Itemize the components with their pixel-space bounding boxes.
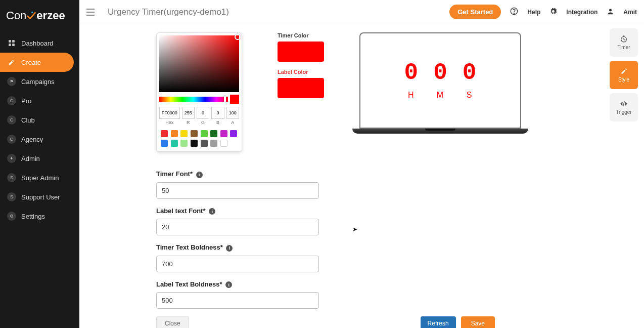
info-icon[interactable]: i: [225, 281, 232, 288]
color-swatch[interactable]: [220, 130, 227, 137]
preset-swatches: [159, 129, 239, 149]
color-swatch[interactable]: [180, 130, 188, 137]
color-swatch[interactable]: [230, 130, 237, 137]
club-icon: C: [7, 115, 16, 125]
help-link[interactable]: Help: [527, 9, 540, 16]
current-color-swatch: [230, 95, 239, 104]
help-circle-icon[interactable]: [510, 7, 518, 17]
svg-point-6: [514, 13, 515, 13]
save-button[interactable]: Save: [461, 316, 495, 328]
sidebar-item-support-user[interactable]: S Support User: [0, 187, 79, 207]
b-label: B: [211, 120, 224, 125]
info-icon[interactable]: i: [196, 172, 203, 178]
color-swatch[interactable]: [171, 130, 178, 137]
integration-link[interactable]: Integration: [566, 9, 597, 16]
hex-label: Hex: [159, 120, 180, 125]
settings-icon: ⚙: [7, 212, 16, 221]
agency-icon: C: [7, 135, 16, 144]
timer-value: 0: [404, 61, 419, 85]
sidebar-item-create[interactable]: Create: [0, 53, 74, 72]
g-label: G: [197, 120, 209, 125]
label-bold-input[interactable]: [156, 292, 319, 309]
preview-base: [352, 129, 528, 134]
svg-point-0: [31, 12, 33, 13]
color-swatch[interactable]: [161, 130, 168, 137]
svg-rect-2: [12, 40, 15, 43]
a-input[interactable]: [226, 107, 239, 119]
timer-cell: 0H: [404, 61, 419, 100]
timer-font-label: Timer Font* i: [156, 170, 319, 178]
refresh-button[interactable]: Refresh: [421, 316, 456, 328]
a-label: A: [226, 120, 239, 125]
r-input[interactable]: [182, 107, 195, 119]
preview-device: 0H0M0S: [359, 32, 521, 134]
sidebar-item-campaigns[interactable]: ⚑ Campaigns: [0, 72, 79, 91]
color-swatch[interactable]: [220, 140, 227, 147]
timer-value: 0: [463, 61, 477, 85]
admin-icon: ✦: [7, 154, 16, 163]
close-button[interactable]: Close: [156, 316, 189, 328]
timer-unit-label: H: [408, 91, 415, 100]
sidebar-item-label: Club: [21, 116, 35, 124]
timer-font-input[interactable]: [156, 182, 319, 199]
color-swatch[interactable]: [180, 140, 188, 147]
svg-rect-3: [9, 44, 11, 46]
saturation-brightness-field[interactable]: [159, 35, 239, 92]
g-input[interactable]: [197, 107, 209, 119]
info-icon[interactable]: i: [226, 245, 233, 252]
sidebar-item-pro[interactable]: C Pro: [0, 91, 79, 110]
mouse-cursor: ➤: [352, 226, 357, 233]
label-color-label: Label Color: [278, 69, 324, 75]
super-admin-icon: S: [7, 173, 16, 182]
svg-rect-4: [12, 44, 15, 46]
pro-icon: C: [7, 96, 16, 105]
sidebar-item-settings[interactable]: ⚙ Settings: [0, 207, 79, 226]
footer-actions: Close Refresh Save: [156, 316, 495, 328]
sidebar-item-dashboard[interactable]: Dashboard: [0, 33, 79, 53]
topbar-right: Get Started Help Integration Amit: [449, 5, 637, 19]
color-picker-popover[interactable]: Hex R G B A: [156, 32, 242, 152]
sidebar-item-label: Admin: [21, 155, 40, 162]
support-user-icon: S: [7, 192, 16, 201]
timer-unit-label: M: [437, 91, 444, 100]
color-swatch[interactable]: [191, 130, 198, 137]
sidebar-item-club[interactable]: C Club: [0, 110, 79, 130]
hue-slider[interactable]: [159, 97, 228, 102]
dashboard-icon: [7, 38, 16, 48]
sidebar-item-agency[interactable]: C Agency: [0, 130, 79, 149]
page-title: Urgency Timer(urgency-demo1): [108, 7, 229, 17]
timer-bold-label: Timer Text Boldness* i: [156, 243, 319, 252]
sidebar-item-label: Agency: [21, 136, 43, 143]
timer-bold-input[interactable]: [156, 256, 319, 272]
sidebar-item-super-admin[interactable]: S Super Admin: [0, 168, 79, 187]
hex-input[interactable]: [159, 107, 180, 119]
color-swatch[interactable]: [201, 130, 208, 137]
b-input[interactable]: [211, 107, 224, 119]
sidebar: Con erzee Dashboard Create ⚑ Campaigns C…: [0, 0, 79, 328]
color-swatch[interactable]: [201, 140, 208, 147]
sidebar-item-admin[interactable]: ✦ Admin: [0, 149, 79, 168]
user-name[interactable]: Amit: [623, 9, 637, 16]
sidebar-item-label: Settings: [21, 213, 45, 220]
sidebar-item-label: Support User: [21, 193, 60, 201]
color-swatch[interactable]: [191, 140, 198, 147]
color-swatch[interactable]: [210, 130, 217, 137]
label-font-input[interactable]: [156, 219, 319, 235]
info-icon[interactable]: i: [209, 208, 215, 215]
get-started-button[interactable]: Get Started: [449, 5, 501, 19]
timer-value: 0: [433, 61, 447, 85]
color-swatch[interactable]: [161, 140, 168, 147]
color-swatch[interactable]: [210, 140, 217, 147]
label-color-swatch[interactable]: [278, 78, 324, 98]
color-swatch[interactable]: [171, 140, 178, 147]
menu-toggle-icon[interactable]: [86, 9, 95, 16]
sidebar-item-label: Pro: [21, 97, 31, 105]
timer-unit-label: S: [467, 91, 473, 100]
label-bold-label: Label Text Boldness* i: [156, 280, 319, 289]
campaigns-icon: ⚑: [7, 77, 16, 86]
sidebar-item-label: Campaigns: [21, 78, 55, 86]
user-icon[interactable]: [607, 8, 614, 17]
gear-icon[interactable]: [549, 8, 557, 17]
r-label: R: [182, 120, 195, 125]
timer-color-swatch[interactable]: [278, 42, 324, 62]
